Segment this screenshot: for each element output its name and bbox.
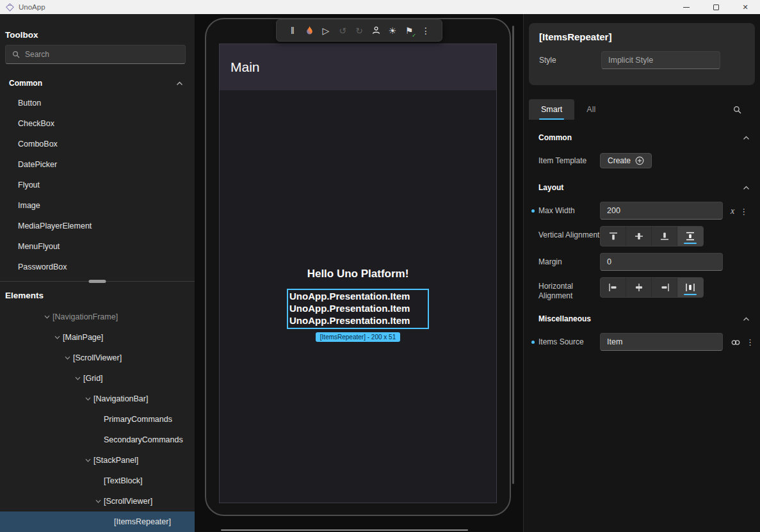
canvas-vertical-scrollbar[interactable]: [512, 26, 514, 484]
section-common[interactable]: Common: [538, 130, 750, 145]
toolbox-item-combobox[interactable]: ComboBox: [0, 134, 195, 154]
margin-input[interactable]: 0: [600, 253, 723, 271]
selected-itemsrepeater[interactable]: UnoApp.Presentation.Item UnoApp.Presenta…: [287, 289, 429, 329]
elements-title: Elements: [0, 286, 195, 307]
chevron-up-icon[interactable]: [176, 81, 183, 86]
valign-center-button[interactable]: [626, 227, 652, 246]
toolbox-item-checkbox[interactable]: CheckBox: [0, 113, 195, 134]
toolbox-item-button[interactable]: Button: [0, 93, 195, 113]
maximize-button[interactable]: [701, 0, 731, 14]
more-options-button[interactable]: ⋮: [417, 23, 434, 38]
chevron-up-icon[interactable]: [743, 186, 750, 190]
properties-search-icon[interactable]: [732, 105, 742, 115]
tree-item-stackpanel[interactable]: [StackPanel]: [0, 450, 195, 471]
tab-smart[interactable]: Smart: [529, 99, 574, 120]
redo-button[interactable]: ↻: [351, 23, 368, 38]
tree-item-scrollviewer-2[interactable]: [ScrollViewer]: [0, 491, 195, 512]
toolbox-item-datepicker[interactable]: DatePicker: [0, 154, 195, 175]
toolbox-section-common[interactable]: Common: [0, 74, 195, 93]
hot-reload-flame-icon[interactable]: [301, 23, 318, 38]
halign-center-button[interactable]: [626, 278, 652, 297]
section-layout[interactable]: Layout: [538, 180, 750, 195]
more-options-icon[interactable]: ⋮: [746, 337, 754, 347]
design-canvas[interactable]: ‖ ▷ ↺ ↻ ☀ ⚑ ✓ ⋮ Main: [195, 14, 523, 532]
halign-left-button[interactable]: [601, 278, 626, 297]
tree-item-mainpage[interactable]: [MainPage]: [0, 327, 195, 348]
page-title: Main: [230, 60, 260, 75]
app-preview-screen[interactable]: Main Hello Uno Platform! UnoApp.Presenta…: [219, 44, 497, 503]
items-source-input[interactable]: Item: [600, 333, 723, 351]
more-options-icon[interactable]: ⋮: [740, 207, 748, 216]
theme-toggle-sun-icon[interactable]: ☀: [384, 23, 401, 38]
selected-element-title: [ItemsRepeater]: [539, 31, 745, 44]
max-width-row: Max Width 200 x ⋮: [538, 202, 750, 220]
selected-element-card: [ItemsRepeater] Style Implicit Style: [529, 23, 755, 85]
chevron-up-icon[interactable]: [743, 136, 750, 140]
undo-button[interactable]: ↺: [334, 23, 351, 38]
section-miscellaneous[interactable]: Miscellaneous: [538, 311, 750, 326]
toolbox-item-image[interactable]: Image: [0, 195, 195, 216]
tree-item-primarycommands[interactable]: PrimaryCommands: [0, 409, 195, 430]
toolbox-item-flyout[interactable]: Flyout: [0, 175, 195, 195]
chevron-down-icon[interactable]: [51, 335, 63, 339]
chevron-down-icon[interactable]: [92, 499, 104, 503]
designer-toolbar: ‖ ▷ ↺ ↻ ☀ ⚑ ✓ ⋮: [276, 19, 442, 42]
tree-item-navigationframe[interactable]: [NavigationFrame]: [0, 307, 195, 327]
page-body[interactable]: Hello Uno Platform! UnoApp.Presentation.…: [220, 90, 496, 503]
maximize-icon: [713, 4, 719, 10]
canvas-horizontal-scrollbar[interactable]: [221, 529, 468, 531]
app-window: UnoApp ✕ Toolbox Common Button CheckBox …: [0, 0, 760, 532]
navigation-bar[interactable]: Main: [220, 44, 496, 90]
elements-tree: [NavigationFrame] [MainPage] [ScrollView…: [0, 307, 195, 532]
close-icon: ✕: [742, 3, 748, 12]
user-refresh-icon[interactable]: [368, 23, 384, 38]
splitter-grip-icon[interactable]: [89, 280, 106, 283]
search-input[interactable]: [25, 50, 179, 59]
toolbox-item-passwordbox[interactable]: PasswordBox: [0, 257, 195, 277]
chevron-down-icon[interactable]: [41, 315, 53, 319]
minimize-button[interactable]: [672, 0, 701, 14]
max-width-input[interactable]: 200: [600, 202, 723, 220]
style-label: Style: [539, 56, 601, 65]
valign-top-button[interactable]: [601, 227, 626, 246]
selection-size-badge: [ItemsRepeater] - 200 x 51: [316, 332, 400, 342]
plus-circle-icon: [635, 156, 644, 165]
chevron-down-icon[interactable]: [82, 397, 93, 401]
items-source-row: Items Source Item ⋮: [538, 333, 750, 351]
tree-item-secondarycommands[interactable]: SecondaryCommands: [0, 430, 195, 450]
close-button[interactable]: ✕: [731, 0, 760, 14]
chevron-down-icon[interactable]: [61, 356, 73, 360]
play-button[interactable]: ▷: [318, 23, 334, 38]
toolbox-search[interactable]: [5, 45, 186, 64]
chevron-down-icon[interactable]: [82, 458, 93, 462]
item-template-label: Item Template: [538, 152, 600, 166]
bind-function-icon[interactable]: x: [731, 206, 734, 216]
chevron-down-icon[interactable]: [72, 376, 83, 380]
window-title: UnoApp: [19, 3, 45, 11]
binding-icon[interactable]: [731, 339, 741, 346]
search-icon: [12, 50, 20, 59]
tree-item-navigationbar[interactable]: [NavigationBar]: [0, 389, 195, 409]
create-template-button[interactable]: Create: [600, 153, 652, 168]
style-input[interactable]: Implicit Style: [601, 51, 720, 69]
flag-check-icon[interactable]: ⚑ ✓: [401, 23, 417, 38]
halign-stretch-button[interactable]: [677, 278, 703, 297]
tree-item-itemsrepeater[interactable]: [ItemsRepeater]: [0, 512, 195, 532]
hello-textblock[interactable]: Hello Uno Platform!: [307, 268, 409, 280]
toolbox-title: Toolbox: [0, 14, 195, 45]
tab-all[interactable]: All: [574, 99, 608, 120]
valign-bottom-button[interactable]: [652, 227, 677, 246]
panel-splitter[interactable]: [0, 277, 195, 286]
halign-right-button[interactable]: [652, 278, 677, 297]
vertical-alignment-label: Vertical Alignment: [538, 226, 600, 240]
valign-stretch-button[interactable]: [677, 227, 703, 246]
chevron-up-icon[interactable]: [743, 317, 750, 321]
toolbar-drag-grip-icon[interactable]: ‖: [284, 23, 301, 38]
tree-item-grid[interactable]: [Grid]: [0, 368, 195, 389]
tree-item-textblock[interactable]: [TextBlock]: [0, 471, 195, 491]
repeater-item: UnoApp.Presentation.Item: [289, 314, 428, 326]
toolbox-item-mediaplayerelement[interactable]: MediaPlayerElement: [0, 216, 195, 236]
toolbox-item-menuflyout[interactable]: MenuFlyout: [0, 236, 195, 257]
repeater-item: UnoApp.Presentation.Item: [289, 290, 428, 302]
tree-item-scrollviewer[interactable]: [ScrollViewer]: [0, 348, 195, 368]
